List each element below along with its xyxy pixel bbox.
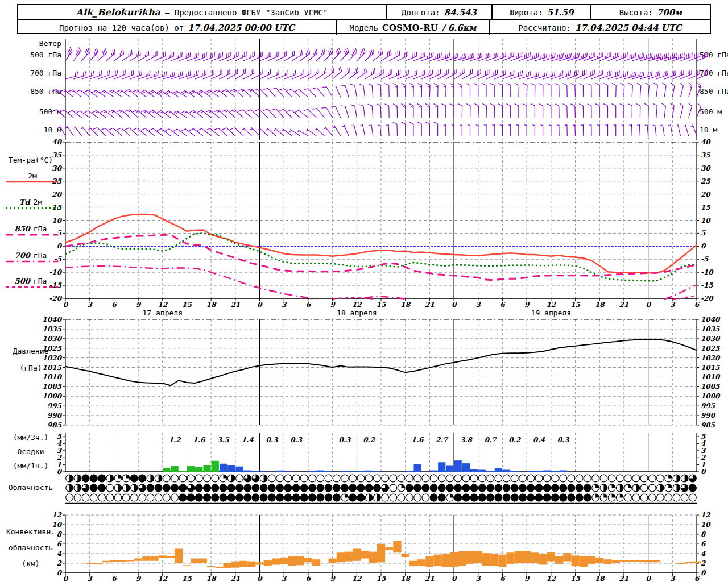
cloud-circle bbox=[478, 475, 486, 482]
wind-barb bbox=[450, 84, 454, 97]
convective-bar bbox=[547, 552, 555, 561]
cloud-circle-fill bbox=[231, 475, 235, 482]
cloud-circle-fill bbox=[147, 484, 154, 492]
cloud-circle-fill bbox=[487, 494, 494, 501]
temp-ytick-right: 40 bbox=[701, 138, 711, 146]
cloud-circle-fill bbox=[462, 484, 470, 492]
wind-barb bbox=[401, 122, 405, 136]
conv-hour-label: 15 bbox=[377, 575, 386, 582]
convective-bar bbox=[255, 562, 263, 564]
precip-bar bbox=[203, 465, 210, 472]
wind-barb bbox=[181, 91, 195, 97]
precip-ytick-right: 2 bbox=[701, 454, 706, 462]
wind-barb bbox=[557, 124, 559, 136]
wind-barb bbox=[52, 110, 65, 118]
wind-barb bbox=[181, 111, 195, 118]
conv-hour-label: 3 bbox=[670, 575, 676, 582]
cloud-circle-fill bbox=[69, 475, 73, 482]
cloud-circle-fill bbox=[292, 494, 300, 501]
wind-barb bbox=[92, 90, 106, 97]
cloud-circle-fill bbox=[620, 494, 623, 497]
temp-series-t500 bbox=[672, 296, 697, 300]
convective-bar bbox=[215, 567, 223, 568]
temp-ytick-right: -5 bbox=[701, 255, 709, 263]
wind-barb bbox=[653, 103, 657, 118]
wind-barb bbox=[516, 124, 519, 136]
cloud-circle bbox=[333, 475, 340, 482]
cloud-circle-fill bbox=[179, 484, 187, 492]
cloud-circle-fill bbox=[236, 484, 243, 492]
wind-barb bbox=[181, 129, 195, 136]
cloud-circle bbox=[560, 475, 567, 482]
cloud-circle-fill bbox=[495, 484, 502, 492]
cloud-circle-fill bbox=[325, 484, 332, 492]
cloud-circle-fill bbox=[325, 494, 332, 501]
wind-barb bbox=[149, 90, 163, 97]
wind-barb bbox=[247, 110, 260, 118]
wind-barb bbox=[333, 48, 341, 61]
pressure-ytick-right: 1030 bbox=[701, 335, 721, 343]
wind-barb bbox=[73, 126, 82, 136]
wind-barb bbox=[410, 84, 413, 98]
cloud-circle-fill bbox=[212, 484, 219, 492]
wind-barb bbox=[324, 127, 333, 136]
wind-barb bbox=[316, 48, 325, 61]
precip-bar bbox=[365, 471, 373, 472]
convective-bar bbox=[134, 559, 142, 561]
wind-barb bbox=[515, 104, 519, 118]
wind-barb bbox=[661, 103, 665, 118]
convective-bar bbox=[450, 552, 458, 567]
cloud-circle bbox=[163, 494, 170, 501]
temp-ytick-right: 20 bbox=[701, 190, 711, 198]
pressure-ytick-right: 1000 bbox=[701, 392, 721, 400]
cloud-circle-fill bbox=[98, 484, 106, 492]
conv-hour-label: 21 bbox=[230, 575, 240, 582]
wind-barb bbox=[413, 52, 425, 61]
wind-barb bbox=[579, 84, 584, 97]
wind-barb bbox=[646, 83, 650, 97]
cloud-circle-fill bbox=[163, 484, 170, 492]
conv-hour-label: 6 bbox=[306, 575, 312, 582]
pressure-ytick-right: 995 bbox=[701, 402, 715, 410]
conv-hour-label: 0 bbox=[63, 575, 69, 582]
cloud-circle-fill bbox=[406, 484, 413, 492]
wind-barb bbox=[425, 104, 429, 118]
cloud-circle-fill bbox=[224, 475, 227, 478]
cloud-circle-fill bbox=[519, 484, 527, 492]
conv-hour-label: 0 bbox=[257, 575, 263, 582]
convective-bar bbox=[539, 554, 547, 565]
cloud-circle-fill bbox=[535, 494, 543, 501]
precip-3h-amount: 0.2 bbox=[508, 436, 522, 444]
cloud-circle-fill bbox=[543, 484, 551, 492]
wind-barb bbox=[506, 104, 510, 118]
precip-ytick-right: 0 bbox=[701, 468, 706, 476]
conv-hour-label: 12 bbox=[546, 575, 556, 582]
cloud-circle-fill bbox=[244, 484, 251, 492]
wind-barb bbox=[68, 90, 82, 97]
wind-barb bbox=[101, 128, 114, 136]
precip-bar bbox=[171, 466, 179, 472]
cloud-circle bbox=[187, 475, 195, 482]
wind-barb bbox=[295, 110, 308, 118]
cloud-circle-fill bbox=[155, 484, 162, 492]
cloud-circle-fill bbox=[77, 484, 81, 492]
wind-barb bbox=[341, 85, 349, 97]
temp-hour-label: 3 bbox=[670, 301, 676, 309]
convective-bar bbox=[167, 556, 175, 558]
pressure-ytick-left: 1000 bbox=[43, 392, 63, 400]
pressure-ytick-left: 1020 bbox=[43, 354, 63, 362]
wind-barb bbox=[507, 84, 511, 98]
cloud-circle-fill bbox=[220, 484, 227, 492]
cloud-circle bbox=[584, 475, 591, 482]
precip-3h-amount: 3.5 bbox=[217, 436, 230, 444]
cloud-circle bbox=[179, 475, 187, 482]
cloud-circle-fill bbox=[260, 494, 267, 501]
cloud-circle bbox=[390, 494, 397, 501]
wind-barb bbox=[680, 83, 683, 97]
wind-barb bbox=[65, 47, 72, 61]
conv-ytick-right: 8 bbox=[701, 530, 706, 538]
wind-barb bbox=[612, 84, 616, 98]
temp-hour-label: 15 bbox=[570, 301, 580, 309]
wind-barb bbox=[653, 124, 656, 136]
wind-barb bbox=[547, 84, 551, 97]
